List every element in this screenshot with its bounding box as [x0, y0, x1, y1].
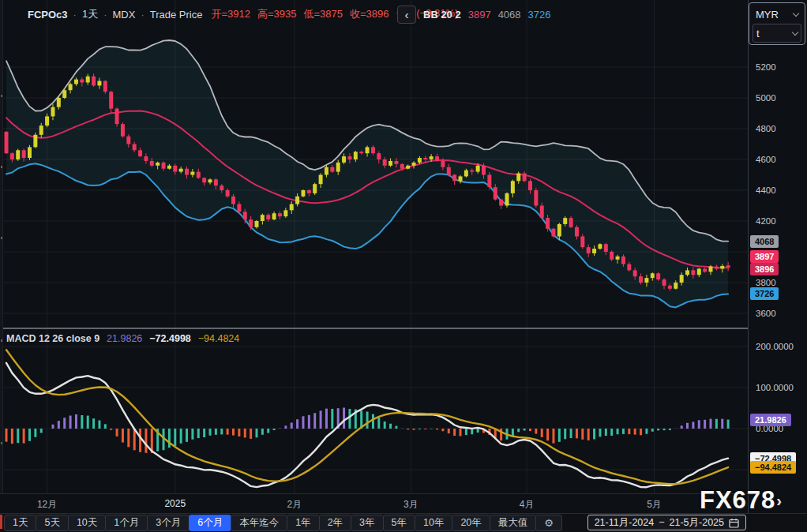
range-button-6个月[interactable]: 6个月	[189, 515, 231, 531]
separator-dot: ·	[73, 9, 77, 21]
price-tick-label: 5000	[756, 92, 776, 103]
price-tick-label: 3600	[756, 308, 776, 319]
macd-badge: 21.9826	[750, 414, 791, 426]
bb-indicator-legend[interactable]: BB 20 2 389740683726	[423, 7, 550, 21]
bb-value: 3726	[528, 9, 551, 21]
date-range-picker[interactable]: 21-11月-2024 − 21-5月-2025	[587, 515, 746, 530]
ohlc-item: 高=3935	[257, 7, 297, 21]
range-button-3个月[interactable]: 3个月	[147, 515, 190, 531]
price-badge: 4068	[750, 235, 779, 248]
price-tick-label: 4600	[756, 154, 776, 165]
ohlc-item: 收=3896	[350, 7, 389, 21]
unit-value: t	[756, 28, 760, 39]
currency-value: MYR	[756, 9, 779, 21]
unit-dropdown[interactable]: t	[753, 24, 801, 43]
range-button-2年[interactable]: 2年	[319, 515, 351, 531]
range-button-5天[interactable]: 5天	[36, 515, 68, 531]
series-type-label: Trade Price	[150, 9, 203, 21]
month-label: 5月	[647, 498, 662, 511]
price-tick-label: 3800	[756, 277, 776, 288]
time-axis[interactable]: 12月20252月3月4月5月	[0, 493, 748, 513]
strip-mark	[1, 237, 2, 239]
bb-value: 4068	[498, 9, 521, 21]
strip-mark	[0, 515, 2, 529]
chevron-down-icon	[793, 9, 799, 16]
price-tick-label: 5200	[756, 62, 776, 73]
macd-line-value: −72.4998	[149, 333, 190, 344]
date-range-end: 21-5月-2025	[670, 516, 725, 530]
axis-settings-box: MYR t	[749, 2, 805, 45]
month-label: 4月	[520, 498, 535, 511]
price-tick-label: 4800	[756, 123, 776, 134]
macd-tick-label: 200.0000	[756, 341, 794, 352]
symbol-name[interactable]: FCPOc3	[28, 9, 68, 21]
chart-window: FCPOc3 · 1天 · MDX · Trade Price 开=3912高=…	[0, 0, 807, 532]
currency-dropdown[interactable]: MYR	[753, 5, 801, 24]
month-label: 12月	[37, 498, 57, 511]
price-badge: 3897	[750, 250, 779, 263]
macd-indicator-name: MACD 12 26 close 9	[6, 333, 99, 344]
range-button-1个月[interactable]: 1个月	[105, 515, 148, 531]
separator-dot: ·	[103, 9, 107, 21]
macd-signal-value: −94.4824	[198, 333, 239, 344]
bb-value: 3897	[468, 9, 491, 21]
date-range-start: 21-11月-2024	[595, 516, 655, 530]
macd-badge: −94.4824	[750, 461, 796, 474]
range-button-最大值[interactable]: 最大值	[490, 515, 537, 531]
price-badge: 3726	[750, 287, 779, 300]
range-button-10天[interactable]: 10天	[68, 515, 106, 531]
collapse-indicator-button[interactable]: ‹	[397, 6, 416, 24]
month-label: 2025	[164, 498, 186, 509]
separator-dot: ·	[141, 9, 144, 21]
chart-settings-button[interactable]: ⚙	[535, 515, 562, 531]
range-button-10年[interactable]: 10年	[415, 515, 452, 531]
strip-mark	[1, 339, 2, 342]
macd-hist-value: 21.9826	[107, 333, 142, 344]
gear-icon: ⚙	[544, 517, 554, 529]
price-tick-label: 4200	[756, 215, 776, 227]
range-button-3年[interactable]: 3年	[351, 515, 383, 531]
range-button-1年[interactable]: 1年	[287, 515, 319, 531]
price-badge: 3896	[750, 263, 779, 275]
range-button-20年[interactable]: 20年	[452, 515, 490, 531]
month-label: 3月	[404, 498, 419, 511]
symbol-legend: FCPOc3 · 1天 · MDX · Trade Price 开=3912高=…	[28, 7, 458, 21]
bb-indicator-values: 389740683726	[468, 9, 551, 21]
macd-tick-label: 100.0000	[756, 382, 794, 393]
ohlc-readout: 开=3912高=3935低=3875收=3896−12 (−0.31%)	[211, 7, 458, 21]
bb-indicator-name: BB 20 2	[423, 9, 461, 21]
chart-canvas[interactable]	[0, 0, 748, 493]
calendar-icon	[729, 518, 739, 528]
ohlc-item: 开=3912	[211, 7, 250, 21]
chevron-left-icon: ‹	[405, 8, 409, 21]
chevron-down-icon	[792, 28, 798, 35]
collapsed-side-strip[interactable]	[0, 0, 3, 513]
exchange-label: MDX	[113, 9, 136, 21]
range-button-5年[interactable]: 5年	[383, 515, 415, 531]
ohlc-item: 低=3875	[303, 7, 343, 21]
interval-label[interactable]: 1天	[82, 7, 98, 21]
range-button-1天[interactable]: 1天	[4, 515, 36, 531]
month-label: 2月	[287, 498, 302, 511]
price-tick-label: 4400	[756, 185, 776, 196]
price-axis[interactable]: 5200500048004600440042003800360040683897…	[748, 0, 807, 513]
date-range-separator: −	[659, 517, 664, 528]
strip-mark	[1, 442, 2, 444]
macd-indicator-legend[interactable]: MACD 12 26 close 9 21.9826 −72.4998 −94.…	[6, 332, 239, 345]
strip-mark	[1, 166, 2, 168]
strip-mark	[1, 95, 2, 97]
range-button-本年迄今[interactable]: 本年迄今	[231, 515, 287, 531]
